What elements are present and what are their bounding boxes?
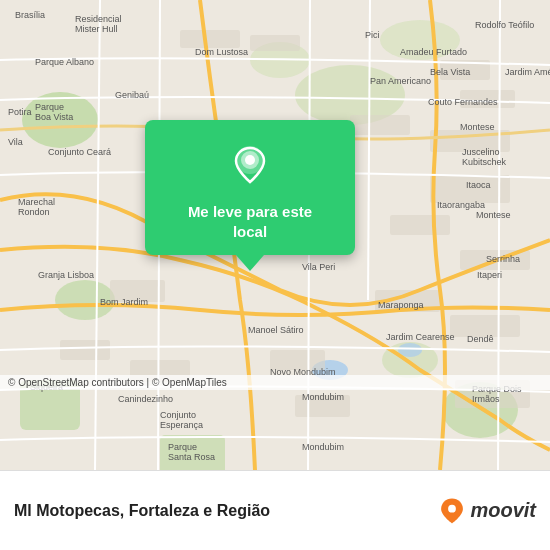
svg-text:Esperança: Esperança: [160, 420, 203, 430]
location-title: Ml Motopecas, Fortaleza e Região: [14, 502, 438, 520]
svg-text:Canindezinho: Canindezinho: [118, 394, 173, 404]
svg-text:Pan Americano: Pan Americano: [370, 76, 431, 86]
svg-text:Parque: Parque: [35, 102, 64, 112]
svg-text:Bom Jardim: Bom Jardim: [100, 297, 148, 307]
svg-text:Vila: Vila: [8, 137, 23, 147]
svg-text:Couto Fernandes: Couto Fernandes: [428, 97, 498, 107]
moovit-icon: [438, 497, 466, 525]
svg-text:Pici: Pici: [365, 30, 380, 40]
svg-text:Jardim Cearense: Jardim Cearense: [386, 332, 455, 342]
svg-text:Maraponga: Maraponga: [378, 300, 424, 310]
svg-text:Dendê: Dendê: [467, 334, 494, 344]
moovit-logo: moovit: [438, 497, 536, 525]
svg-text:Conjunto Ceará: Conjunto Ceará: [48, 147, 111, 157]
svg-text:Santa Rosa: Santa Rosa: [168, 452, 215, 462]
svg-text:Itaoca: Itaoca: [466, 180, 491, 190]
svg-text:Kubitschek: Kubitschek: [462, 157, 507, 167]
svg-text:Mister Hull: Mister Hull: [75, 24, 118, 34]
svg-text:Granja Lisboa: Granja Lisboa: [38, 270, 94, 280]
svg-text:Parque: Parque: [168, 442, 197, 452]
location-pin-icon: [232, 144, 268, 192]
svg-rect-19: [390, 215, 450, 235]
svg-text:Genibaú: Genibaú: [115, 90, 149, 100]
svg-text:Serrinha: Serrinha: [486, 254, 520, 264]
svg-rect-13: [250, 35, 300, 51]
svg-text:Juscelino: Juscelino: [462, 147, 500, 157]
svg-text:Brasília: Brasília: [15, 10, 45, 20]
svg-text:Irmãos: Irmãos: [472, 394, 500, 404]
svg-point-78: [449, 504, 457, 512]
svg-text:Bela Vista: Bela Vista: [430, 67, 470, 77]
svg-text:Montese: Montese: [476, 210, 511, 220]
svg-text:Dom Lustosa: Dom Lustosa: [195, 47, 248, 57]
svg-text:Rondon: Rondon: [18, 207, 50, 217]
svg-text:Vila Peri: Vila Peri: [302, 262, 335, 272]
bottom-bar: Ml Motopecas, Fortaleza e Região moovit: [0, 470, 550, 550]
moovit-text: moovit: [470, 499, 536, 522]
svg-text:Mondubim: Mondubim: [302, 392, 344, 402]
svg-rect-16: [350, 115, 410, 135]
svg-text:Marechal: Marechal: [18, 197, 55, 207]
svg-text:Rodolfo Teófilo: Rodolfo Teófilo: [475, 20, 534, 30]
svg-text:Parque Albano: Parque Albano: [35, 57, 94, 67]
map-popup[interactable]: Me leve para este local: [145, 120, 355, 255]
svg-text:Manoel Sátiro: Manoel Sátiro: [248, 325, 304, 335]
svg-point-77: [245, 155, 255, 165]
svg-rect-12: [180, 30, 240, 48]
svg-text:Amadeu Furtado: Amadeu Furtado: [400, 47, 467, 57]
svg-text:Potira: Potira: [8, 107, 32, 117]
svg-text:Montese: Montese: [460, 122, 495, 132]
svg-text:Residencial: Residencial: [75, 14, 122, 24]
map-container[interactable]: Brasília Residencial Mister Hull Pan Ame…: [0, 0, 550, 470]
svg-text:Itaperi: Itaperi: [477, 270, 502, 280]
svg-rect-24: [60, 340, 110, 360]
svg-text:Boa Vista: Boa Vista: [35, 112, 73, 122]
popup-label: Me leve para este local: [188, 202, 312, 241]
svg-text:Itaorangaba: Itaorangaba: [437, 200, 485, 210]
svg-text:Mondubim: Mondubim: [302, 442, 344, 452]
svg-text:Jardim Améri: Jardim Améri: [505, 67, 550, 77]
svg-text:Conjunto: Conjunto: [160, 410, 196, 420]
copyright-bar: © OpenStreetMap contributors | © OpenMap…: [0, 375, 550, 390]
